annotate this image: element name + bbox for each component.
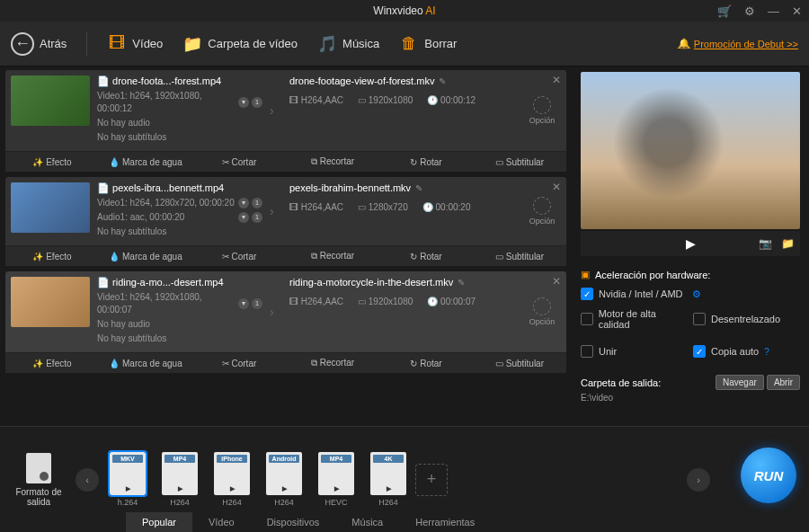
watermark-button[interactable]: 💧 Marca de agua bbox=[99, 152, 192, 172]
cart-icon[interactable]: 🛒 bbox=[717, 4, 732, 18]
source-filename: 📄 pexels-ibra...bennett.mp4 bbox=[97, 182, 262, 194]
remove-file-button[interactable]: ✕ bbox=[552, 275, 561, 288]
cut-button[interactable]: ✂ Cortar bbox=[192, 152, 286, 172]
chevron-down-icon[interactable]: ▾ bbox=[238, 198, 249, 208]
chevron-down-icon[interactable]: ▾ bbox=[238, 298, 249, 309]
hw-accel-title: ▣ Aceleración por hardware: bbox=[581, 269, 800, 280]
preview-pane[interactable] bbox=[581, 72, 800, 229]
play-button[interactable]: ▶ bbox=[686, 236, 696, 251]
chip-icon: ▣ bbox=[581, 269, 590, 280]
subtitle-button[interactable]: ▭ Subtitular bbox=[473, 353, 566, 373]
remove-file-button[interactable]: ✕ bbox=[552, 74, 561, 86]
format-bar: Formato de salida ‹ MKV▶ h.264 MP4▶ H264… bbox=[0, 426, 809, 532]
snapshot-icon[interactable]: 📷 bbox=[759, 237, 772, 250]
video-icon: 🎞 bbox=[107, 34, 127, 54]
crop-button[interactable]: ⧉ Recortar bbox=[286, 152, 379, 172]
output-filename: drone-footage-view-of-forest.mkv ✎ bbox=[289, 75, 518, 86]
cut-button[interactable]: ✂ Cortar bbox=[192, 246, 286, 266]
video-info: Video1: h264, 1920x1080, 00:00:07 bbox=[97, 291, 238, 316]
file-card[interactable]: ✕ 📄 pexels-ibra...bennett.mp4 Video1: h2… bbox=[5, 177, 566, 266]
hw-accel-option[interactable]: ✓ Nvidia / Intel / AMD ⚙ bbox=[581, 288, 800, 300]
crop-button[interactable]: ⧉ Recortar bbox=[286, 246, 379, 266]
format-tab[interactable]: Vídeo bbox=[192, 512, 251, 532]
output-filename: riding-a-motorcycle-in-the-desert.mkv ✎ bbox=[289, 277, 518, 288]
watermark-button[interactable]: 💧 Marca de agua bbox=[99, 246, 192, 266]
output-folder-path: E:\video bbox=[581, 393, 800, 403]
join-checkbox[interactable]: Unir bbox=[581, 345, 688, 358]
run-button[interactable]: RUN bbox=[741, 448, 796, 503]
add-music-button[interactable]: 🎵 Música bbox=[317, 34, 379, 54]
rotate-button[interactable]: ↻ Rotar bbox=[379, 152, 473, 172]
deinterlace-checkbox[interactable]: Desentrelazado bbox=[693, 308, 800, 330]
track-count-badge: 1 bbox=[252, 198, 262, 208]
minimize-icon[interactable]: — bbox=[768, 4, 779, 18]
open-folder-icon[interactable]: 📁 bbox=[781, 237, 795, 250]
open-button[interactable]: Abrir bbox=[767, 375, 800, 390]
format-tab[interactable]: Dispositivos bbox=[251, 512, 336, 532]
duration-info: 🕐 00:00:20 bbox=[422, 202, 471, 212]
track-count-badge: 1 bbox=[252, 97, 262, 108]
remove-file-button[interactable]: ✕ bbox=[552, 181, 561, 193]
autocopy-checkbox[interactable]: ✓Copia auto ? bbox=[693, 345, 800, 358]
format-tab[interactable]: Popular bbox=[126, 512, 192, 532]
subtitle-button[interactable]: ▭ Subtitular bbox=[473, 152, 566, 172]
rotate-button[interactable]: ↻ Rotar bbox=[379, 353, 473, 373]
subtitle-info: No hay subtítulos bbox=[97, 226, 166, 238]
arrow-icon: › bbox=[270, 277, 284, 347]
output-format-label: Formato de salida bbox=[9, 453, 68, 507]
settings-icon[interactable]: ⚙ bbox=[744, 4, 755, 18]
effect-button[interactable]: ✨ Efecto bbox=[5, 152, 99, 172]
resolution-info: ▭ 1920x1080 bbox=[358, 297, 413, 306]
music-icon: 🎵 bbox=[317, 34, 337, 54]
back-icon: ← bbox=[11, 32, 34, 56]
preset-item[interactable]: MKV▶ h.264 bbox=[106, 452, 149, 507]
gear-icon[interactable]: ⚙ bbox=[692, 288, 701, 300]
preset-item[interactable]: MP4▶ HEVC bbox=[315, 452, 358, 507]
edit-icon[interactable]: ✎ bbox=[458, 278, 465, 288]
audio-info: No hay audio bbox=[97, 318, 150, 331]
preset-prev-button[interactable]: ‹ bbox=[76, 468, 99, 492]
titlebar: Winxvideo AI 🛒 ⚙ — ✕ bbox=[0, 0, 809, 22]
edit-icon[interactable]: ✎ bbox=[415, 183, 422, 193]
folder-icon: 📁 bbox=[182, 34, 202, 54]
clear-button[interactable]: 🗑 Borrar bbox=[399, 34, 457, 54]
preset-item[interactable]: 4K▶ H264 bbox=[367, 452, 410, 507]
preset-item[interactable]: iPhone▶ H264 bbox=[210, 452, 253, 507]
hq-engine-checkbox[interactable]: Motor de alta calidad bbox=[581, 308, 688, 330]
file-card[interactable]: ✕ 📄 riding-a-mo...-desert.mp4 Video1: h2… bbox=[5, 271, 566, 373]
output-folder-label: Carpeta de salida: bbox=[581, 377, 661, 388]
arrow-icon: › bbox=[270, 182, 284, 240]
file-card[interactable]: ✕ 📄 drone-foota...-forest.mp4 Video1: h2… bbox=[5, 70, 566, 172]
edit-icon[interactable]: ✎ bbox=[439, 76, 446, 86]
preset-item[interactable]: MP4▶ H264 bbox=[158, 452, 201, 507]
effect-button[interactable]: ✨ Efecto bbox=[5, 246, 99, 266]
preset-item[interactable]: Android▶ H264 bbox=[262, 452, 306, 507]
help-icon[interactable]: ? bbox=[764, 347, 769, 357]
preset-next-button[interactable]: › bbox=[687, 468, 710, 492]
app-title: Winxvideo AI bbox=[373, 4, 435, 17]
rotate-button[interactable]: ↻ Rotar bbox=[379, 246, 473, 266]
crop-button[interactable]: ⧉ Recortar bbox=[286, 353, 379, 373]
chevron-down-icon[interactable]: ▾ bbox=[238, 97, 249, 108]
browse-button[interactable]: Navegar bbox=[716, 375, 764, 390]
effect-button[interactable]: ✨ Efecto bbox=[5, 353, 99, 373]
toolbar: ← Atrás 🎞 Vídeo 📁 Carpeta de vídeo 🎵 Mús… bbox=[0, 22, 809, 66]
add-preset-button[interactable]: + bbox=[415, 464, 448, 496]
source-filename: 📄 riding-a-mo...-desert.mp4 bbox=[97, 277, 262, 288]
back-button[interactable]: ← Atrás bbox=[11, 32, 67, 56]
format-tab[interactable]: Herramientas bbox=[399, 512, 491, 532]
duration-info: 🕐 00:00:07 bbox=[427, 297, 476, 306]
close-icon[interactable]: ✕ bbox=[792, 4, 802, 18]
add-folder-button[interactable]: 📁 Carpeta de vídeo bbox=[182, 34, 298, 54]
promo-link[interactable]: 🔔 Promoción de Debut >> bbox=[678, 38, 798, 49]
cut-button[interactable]: ✂ Cortar bbox=[192, 353, 286, 373]
format-tab[interactable]: Música bbox=[335, 512, 399, 532]
thumbnail bbox=[11, 277, 90, 327]
watermark-button[interactable]: 💧 Marca de agua bbox=[99, 353, 192, 373]
subtitle-button[interactable]: ▭ Subtitular bbox=[473, 246, 566, 266]
arrow-icon: › bbox=[270, 75, 284, 146]
format-icon bbox=[26, 453, 51, 483]
audio-info: Audio1: aac, 00:00:20 bbox=[97, 211, 184, 224]
add-video-button[interactable]: 🎞 Vídeo bbox=[107, 34, 163, 54]
gear-icon bbox=[533, 96, 551, 114]
